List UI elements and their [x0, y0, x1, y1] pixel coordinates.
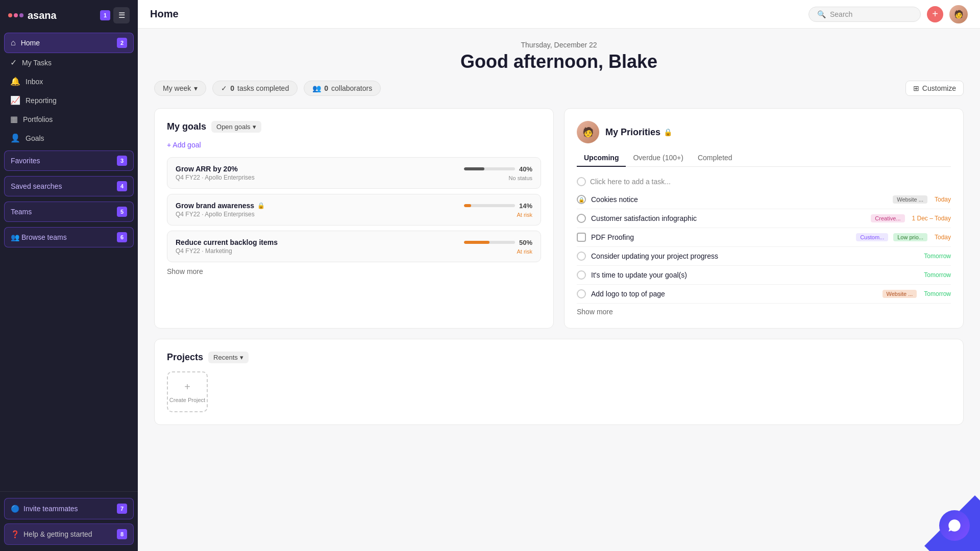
task-row-3[interactable]: Consider updating your project progress … — [577, 247, 951, 266]
search-bar[interactable]: 🔍 Search — [808, 7, 921, 22]
task-row-2[interactable]: PDF Proofing Custom... Low prio... Today — [577, 228, 951, 247]
task-name: Consider updating your project progress — [591, 252, 917, 260]
goal-info: Reduce current backlog items Q4 FY22 · M… — [176, 238, 278, 255]
sidebar-favorites[interactable]: Favorites 3 — [4, 151, 134, 171]
create-project-button[interactable]: + Create Project — [167, 371, 208, 412]
open-goals-button[interactable]: Open goals ▾ — [211, 121, 261, 133]
task-row-1[interactable]: Customer satisfaction infographic Creati… — [577, 209, 951, 228]
chevron-down-icon: ▾ — [194, 84, 198, 92]
add-task-check — [577, 177, 586, 186]
sidebar-teams[interactable]: Teams 5 — [4, 202, 134, 222]
priorities-show-more[interactable]: Show more — [577, 308, 951, 316]
sidebar-item-my-tasks[interactable]: ✓ My Tasks — [4, 53, 134, 72]
task-row-5[interactable]: Add logo to top of page Website ... Tomo… — [577, 285, 951, 304]
sidebar-item-label: Inbox — [26, 78, 43, 86]
sidebar-item-label: Reporting — [26, 96, 57, 105]
invite-teammates-button[interactable]: 🔵 Invite teammates 7 — [4, 498, 134, 519]
badge-5: 5 — [117, 207, 127, 217]
add-button[interactable]: + — [927, 6, 943, 22]
task-date: Today — [935, 234, 951, 241]
sidebar-item-label: My Tasks — [22, 59, 52, 67]
create-project-label: Create Project — [169, 397, 205, 403]
sidebar-item-goals[interactable]: 👤 Goals — [4, 129, 134, 147]
goal-item-2[interactable]: Reduce current backlog items Q4 FY22 · M… — [167, 231, 541, 262]
task-row-0[interactable]: 🔒 Cookies notice Website ... Today — [577, 190, 951, 209]
favorites-label: Favorites — [11, 157, 40, 165]
lock-icon: 🔒 — [664, 128, 672, 136]
projects-card: Projects Recents ▾ + Create Project — [154, 339, 964, 425]
menu-toggle-button[interactable]: ☰ — [113, 7, 130, 23]
goal-item-0[interactable]: Grow ARR by 20% Q4 FY22 · Apollo Enterpr… — [167, 157, 541, 189]
task-date: 1 Dec – Today — [912, 215, 951, 222]
grid-icon: ▦ — [10, 114, 18, 124]
goal-meta: Q4 FY22 · Apollo Enterprises — [176, 211, 265, 218]
status-label: At risk — [517, 212, 532, 218]
collaborators-stat: 👥 0 collaborators — [304, 81, 381, 96]
sidebar-saved-searches[interactable]: Saved searches 4 — [4, 176, 134, 196]
sidebar-item-portfolios[interactable]: ▦ Portfolios — [4, 110, 134, 129]
search-placeholder: Search — [830, 10, 852, 18]
sidebar-item-reporting[interactable]: 📈 Reporting — [4, 91, 134, 110]
goal-name: Grow brand awareness 🔒 — [176, 202, 265, 210]
week-filter-pill[interactable]: My week ▾ — [154, 81, 206, 96]
customize-label: Customize — [922, 84, 956, 92]
sidebar-item-home[interactable]: ⌂ Home 2 — [4, 33, 134, 53]
task-date: Today — [935, 196, 951, 203]
collaborators-count: 0 — [324, 84, 328, 92]
dot-red — [8, 13, 12, 17]
task-name: PDF Proofing — [591, 233, 851, 241]
page-title: Home — [150, 8, 179, 20]
home-icon: ⌂ — [11, 38, 16, 47]
browse-teams-label: Browse teams — [21, 233, 67, 241]
add-goal-label: + Add goal — [167, 141, 201, 149]
badge-4: 4 — [117, 181, 127, 191]
tab-completed[interactable]: Completed — [691, 149, 740, 167]
sidebar-browse-teams[interactable]: 👥 Browse teams 6 — [4, 227, 134, 247]
task-date: Tomorrow — [924, 271, 951, 279]
task-row-4[interactable]: It's time to update your goal(s) Tomorro… — [577, 266, 951, 285]
chart-icon: 📈 — [10, 95, 20, 105]
priorities-tabs: Upcoming Overdue (100+) Completed — [577, 149, 951, 167]
content-area: Thursday, December 22 Good afternoon, Bl… — [138, 29, 980, 551]
recents-button[interactable]: Recents ▾ — [208, 352, 249, 363]
goals-title: My goals — [167, 121, 206, 132]
goal-item-1[interactable]: Grow brand awareness 🔒 Q4 FY22 · Apollo … — [167, 194, 541, 226]
topbar: Home 🔍 Search + 🧑 — [138, 0, 980, 29]
task-check — [577, 252, 586, 261]
bell-icon: 🔔 — [10, 77, 20, 86]
topbar-right: 🔍 Search + 🧑 — [808, 5, 968, 23]
task-name: Cookies notice — [591, 195, 888, 204]
goal-meta: Q4 FY22 · Marketing — [176, 247, 278, 255]
check-icon: ✓ — [10, 58, 17, 67]
add-task-row[interactable]: Click here to add a task... — [577, 173, 951, 190]
saved-searches-label: Saved searches — [11, 182, 62, 190]
dot-pink — [14, 13, 18, 17]
task-name: It's time to update your goal(s) — [591, 271, 917, 279]
goals-show-more[interactable]: Show more — [167, 267, 541, 276]
tab-overdue[interactable]: Overdue (100+) — [626, 149, 690, 167]
goal-progress: 40% No status — [464, 165, 532, 181]
customize-button[interactable]: ⊞ Customize — [905, 81, 964, 96]
task-check — [577, 214, 586, 223]
task-check — [577, 270, 586, 280]
sidebar-item-inbox[interactable]: 🔔 Inbox — [4, 72, 134, 91]
chat-bubble-button[interactable] — [939, 510, 970, 541]
main-nav: ⌂ Home 2 ✓ My Tasks 🔔 Inbox 📈 Reporting … — [0, 31, 138, 149]
task-tag: Creative... — [871, 214, 904, 222]
greeting-text: Good afternoon, Blake — [154, 51, 964, 72]
goal-meta: Q4 FY22 · Apollo Enterprises — [176, 174, 255, 181]
add-goal-button[interactable]: + Add goal — [167, 141, 541, 149]
help-button[interactable]: ❓ Help & getting started 8 — [4, 523, 134, 545]
goal-name: Reduce current backlog items — [176, 238, 278, 246]
goals-card: My goals Open goals ▾ + Add goal Grow AR… — [154, 108, 554, 329]
avatar[interactable]: 🧑 — [949, 5, 968, 23]
sidebar-item-label: Goals — [26, 134, 44, 142]
progress-label: 14% — [519, 202, 532, 210]
goal-progress: 50% At risk — [464, 239, 532, 255]
priorities-header: 🧑 My Priorities 🔒 — [577, 121, 951, 143]
goals-card-header: My goals Open goals ▾ — [167, 121, 541, 133]
task-name: Add logo to top of page — [591, 290, 877, 298]
projects-title: Projects — [167, 352, 203, 363]
tab-upcoming[interactable]: Upcoming — [577, 149, 626, 167]
asana-logo: asana — [8, 10, 57, 21]
